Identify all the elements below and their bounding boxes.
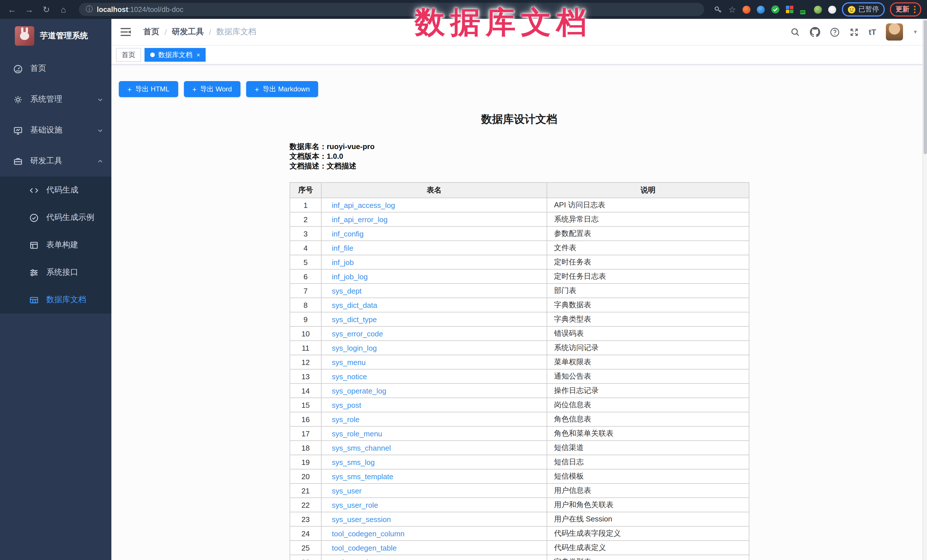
table-name-link[interactable]: inf_api_access_log [332, 201, 395, 209]
avatar[interactable] [886, 23, 903, 41]
sidebar-item-home[interactable]: 首页 [0, 53, 111, 84]
kebab-menu-icon[interactable] [914, 6, 916, 13]
ext-leaf-icon[interactable] [813, 5, 822, 14]
scrollbar-thumb[interactable] [924, 20, 927, 154]
table-name-link[interactable]: sys_dict_data [332, 301, 377, 309]
breadcrumb-devtools[interactable]: 研发工具 [172, 27, 204, 37]
table-name-link[interactable]: sys_user [332, 486, 362, 495]
table-name-link[interactable]: tool_codegen_table [332, 543, 397, 552]
table-name-link[interactable]: sys_sms_template [332, 472, 393, 481]
sidebar: 芋道管理系统 首页 系统管理 [0, 19, 111, 560]
app-logo[interactable]: 芋道管理系统 [0, 19, 111, 53]
sidebar-collapse-icon[interactable] [120, 28, 131, 36]
paused-extension-badge[interactable]: 已暂停 [842, 2, 885, 17]
cell-description: 字典数据表 [547, 298, 749, 312]
table-row: 4inf_file文件表 [290, 241, 749, 255]
breadcrumb-home[interactable]: 首页 [143, 27, 160, 37]
export-word-button[interactable]: + 导出 Word [184, 81, 240, 97]
sidebar-item-system-api[interactable]: 系统接口 [0, 259, 111, 286]
table-name-link[interactable]: sys_user_session [332, 515, 391, 524]
ext-orange-icon[interactable] [742, 5, 751, 14]
table-name-link[interactable]: sys_menu [332, 358, 366, 366]
table-row: 8sys_dict_data字典数据表 [290, 298, 749, 312]
table-name-link[interactable]: sys_notice [332, 372, 367, 381]
cell-table-name: inf_api_access_log [321, 198, 547, 212]
table-name-link[interactable]: sys_dict_type [332, 315, 377, 323]
cell-table-name: sys_user_session [321, 512, 547, 526]
table-name-link[interactable]: inf_file [332, 244, 353, 252]
sidebar-item-devtools[interactable]: 研发工具 [0, 146, 111, 176]
sidebar-item-infra[interactable]: 基础设施 [0, 115, 111, 146]
table-name-link[interactable]: sys_role [332, 415, 360, 423]
reload-icon[interactable]: ↻ [40, 3, 53, 16]
cell-description: 字典类型表 [547, 555, 749, 560]
ext-blue-icon[interactable] [756, 5, 765, 14]
dashboard-icon [12, 64, 23, 73]
window-scrollbar[interactable] [922, 19, 927, 560]
address-bar[interactable]: ⓘ localhost:1024/tool/db-doc [79, 3, 704, 16]
key-icon[interactable] [713, 5, 722, 14]
table-name-link[interactable]: sys_login_log [332, 343, 377, 352]
update-label: 更新 [896, 5, 909, 14]
export-markdown-button[interactable]: + 导出 Markdown [246, 81, 318, 97]
table-name-link[interactable]: tool_codegen_column [332, 529, 404, 538]
browser-update-button[interactable]: 更新 [890, 2, 921, 17]
close-icon[interactable]: × [196, 52, 200, 58]
table-name-link[interactable]: sys_post [332, 401, 361, 409]
cell-description: 短信渠道 [547, 441, 749, 455]
cell-index: 10 [290, 326, 321, 341]
home-icon[interactable]: ⌂ [57, 3, 70, 16]
search-icon[interactable] [790, 27, 800, 37]
table-name-link[interactable]: sys_operate_log [332, 386, 386, 395]
sidebar-item-db-doc[interactable]: 数据库文档 [0, 286, 111, 314]
table-name-link[interactable]: inf_config [332, 229, 363, 238]
ext-on-badge-icon[interactable]: on [799, 5, 808, 14]
table-row: 15sys_post岗位信息表 [290, 398, 749, 412]
table-name-link[interactable]: sys_role_menu [332, 429, 382, 438]
table-name-link[interactable]: sys_dept [332, 287, 362, 295]
tag-db-doc[interactable]: 数据库文档 × [144, 48, 206, 62]
site-info-icon[interactable]: ⓘ [86, 5, 93, 14]
ext-green-check-icon[interactable] [770, 5, 780, 14]
form-icon [29, 240, 39, 250]
cell-index: 2 [290, 212, 321, 226]
table-name-link[interactable]: inf_job [332, 258, 354, 266]
url-text: localhost:1024/tool/db-doc [97, 5, 183, 14]
star-icon[interactable]: ☆ [728, 5, 737, 14]
font-size-icon[interactable]: tT [869, 27, 876, 36]
table-name-link[interactable]: tool_test_demo [332, 558, 383, 560]
cell-index: 22 [290, 498, 321, 512]
breadcrumb: 首页 / 研发工具 / 数据库文档 [143, 27, 257, 37]
cell-description: 文件表 [547, 241, 749, 255]
sidebar-item-codegen[interactable]: 代码生成 [0, 176, 111, 204]
cell-description: 操作日志记录 [547, 384, 749, 398]
sidebar-item-label: 首页 [30, 64, 46, 74]
back-icon[interactable]: ← [6, 3, 18, 16]
sidebar-item-form-builder[interactable]: 表单构建 [0, 231, 111, 259]
github-icon[interactable] [810, 27, 820, 37]
caret-down-icon[interactable]: ▼ [913, 29, 918, 35]
fullscreen-icon[interactable] [849, 27, 859, 37]
table-name-link[interactable]: sys_user_role [332, 501, 378, 509]
ext-puzzle-icon[interactable] [828, 5, 837, 14]
sidebar-item-system[interactable]: 系统管理 [0, 84, 111, 115]
table-name-link[interactable]: sys_sms_channel [332, 443, 391, 452]
ext-grid-icon[interactable] [785, 5, 794, 14]
cell-index: 9 [290, 312, 321, 326]
sidebar-item-label: 基础设施 [30, 125, 62, 135]
table-name-link[interactable]: inf_api_error_log [332, 215, 388, 224]
tag-home[interactable]: 首页 [116, 48, 141, 62]
cell-index: 26 [290, 555, 321, 560]
cell-index: 7 [290, 284, 321, 298]
table-name-link[interactable]: sys_error_code [332, 329, 383, 338]
chevron-down-icon [97, 127, 103, 134]
table-row: 18sys_sms_channel短信渠道 [290, 441, 749, 455]
sidebar-item-codegen-example[interactable]: 代码生成示例 [0, 204, 111, 231]
export-html-button[interactable]: + 导出 HTML [119, 81, 178, 97]
help-icon[interactable] [830, 27, 840, 37]
cell-index: 5 [290, 255, 321, 269]
table-name-link[interactable]: inf_job_log [332, 272, 368, 281]
table-name-link[interactable]: sys_sms_log [332, 458, 375, 466]
gear-icon [12, 94, 23, 104]
forward-icon[interactable]: → [23, 3, 35, 16]
